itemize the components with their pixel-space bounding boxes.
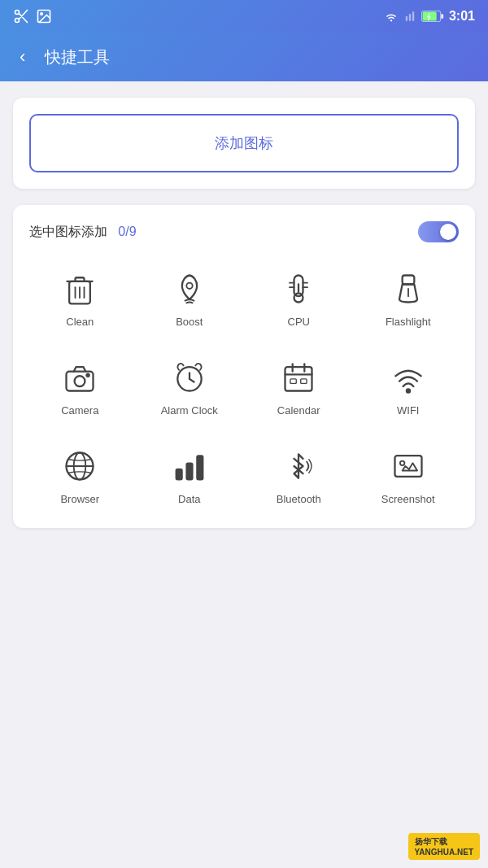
content: 添加图标 选中图标添加 0/9 bbox=[0, 81, 488, 868]
svg-rect-6 bbox=[441, 14, 443, 19]
svg-rect-3 bbox=[409, 14, 411, 21]
status-bar-left bbox=[13, 8, 52, 24]
icon-item-cpu[interactable]: CPU bbox=[248, 262, 350, 334]
svg-rect-7 bbox=[423, 12, 437, 21]
clean-icon bbox=[59, 268, 100, 309]
data-icon bbox=[169, 446, 210, 486]
time-display: 3:01 bbox=[449, 9, 475, 24]
svg-rect-33 bbox=[290, 379, 296, 384]
icon-item-clean[interactable]: Clean bbox=[29, 262, 131, 334]
svg-point-35 bbox=[406, 389, 410, 393]
svg-rect-4 bbox=[412, 11, 414, 21]
icon-item-screenshot[interactable]: Screenshot bbox=[358, 439, 460, 512]
svg-rect-34 bbox=[301, 379, 307, 384]
flashlight-icon bbox=[388, 268, 429, 309]
svg-rect-29 bbox=[285, 367, 312, 390]
svg-rect-40 bbox=[186, 463, 192, 479]
status-bar: 3:01 bbox=[0, 0, 488, 33]
svg-point-1 bbox=[41, 13, 43, 15]
toggle-thumb bbox=[440, 224, 456, 240]
scissors-icon bbox=[13, 8, 29, 24]
icons-section-card: 选中图标添加 0/9 bbox=[13, 205, 475, 528]
battery-icon bbox=[421, 11, 444, 22]
icon-item-bluetooth[interactable]: Bluetooth bbox=[248, 439, 350, 512]
browser-icon bbox=[59, 446, 100, 486]
svg-point-43 bbox=[400, 461, 405, 466]
icon-item-boost[interactable]: Boost bbox=[139, 262, 241, 334]
svg-point-15 bbox=[294, 294, 303, 303]
boost-icon bbox=[169, 268, 210, 309]
cpu-icon bbox=[278, 268, 319, 309]
svg-rect-2 bbox=[406, 16, 407, 21]
bluetooth-label: Bluetooth bbox=[277, 493, 321, 505]
status-bar-right: 3:01 bbox=[384, 9, 475, 24]
icon-item-alarm-clock[interactable]: Alarm Clock bbox=[139, 351, 241, 423]
camera-icon bbox=[59, 357, 100, 398]
back-button[interactable]: ‹ bbox=[13, 43, 32, 71]
section-title: 选中图标添加 0/9 bbox=[29, 224, 137, 241]
svg-point-13 bbox=[186, 283, 192, 289]
image-icon bbox=[36, 8, 52, 24]
watermark: 扬华下载 YANGHUA.NET bbox=[408, 833, 480, 860]
screenshot-label: Screenshot bbox=[381, 493, 435, 505]
svg-rect-42 bbox=[394, 456, 421, 477]
icon-item-browser[interactable]: Browser bbox=[29, 439, 131, 512]
svg-point-24 bbox=[75, 376, 85, 386]
icon-item-wifi[interactable]: WIFI bbox=[358, 351, 460, 423]
toggle-switch[interactable] bbox=[418, 221, 459, 242]
icon-item-data[interactable]: Data bbox=[139, 439, 241, 512]
alarm-clock-label: Alarm Clock bbox=[161, 404, 218, 417]
data-label: Data bbox=[178, 493, 200, 505]
boost-label: Boost bbox=[176, 316, 203, 328]
bluetooth-icon bbox=[278, 446, 319, 486]
alarm-clock-icon bbox=[169, 357, 210, 398]
calendar-icon bbox=[278, 357, 319, 398]
flashlight-label: Flashlight bbox=[386, 316, 431, 328]
svg-rect-39 bbox=[176, 469, 181, 480]
calendar-label: Calendar bbox=[277, 404, 320, 417]
section-header: 选中图标添加 0/9 bbox=[29, 221, 459, 242]
browser-label: Browser bbox=[60, 493, 99, 505]
wifi-label: WIFI bbox=[397, 404, 419, 417]
header: ‹ 快捷工具 bbox=[0, 33, 488, 81]
wifi-icon bbox=[388, 357, 429, 398]
signal-icon bbox=[403, 11, 416, 22]
icons-grid: Clean Boost bbox=[29, 262, 459, 512]
page-title: 快捷工具 bbox=[45, 46, 110, 68]
clean-label: Clean bbox=[66, 316, 94, 328]
add-icon-card: 添加图标 bbox=[13, 98, 475, 189]
svg-rect-41 bbox=[197, 456, 203, 479]
icon-item-flashlight[interactable]: Flashlight bbox=[358, 262, 460, 334]
svg-point-25 bbox=[87, 373, 90, 377]
wifi-status-icon bbox=[384, 11, 399, 22]
cpu-label: CPU bbox=[288, 316, 310, 328]
icon-item-camera[interactable]: Camera bbox=[29, 351, 131, 423]
svg-rect-21 bbox=[402, 276, 414, 285]
screenshot-icon bbox=[388, 446, 429, 486]
add-icon-button[interactable]: 添加图标 bbox=[29, 114, 459, 172]
camera-label: Camera bbox=[61, 404, 98, 417]
svg-line-28 bbox=[190, 379, 194, 382]
icon-item-calendar[interactable]: Calendar bbox=[248, 351, 350, 423]
